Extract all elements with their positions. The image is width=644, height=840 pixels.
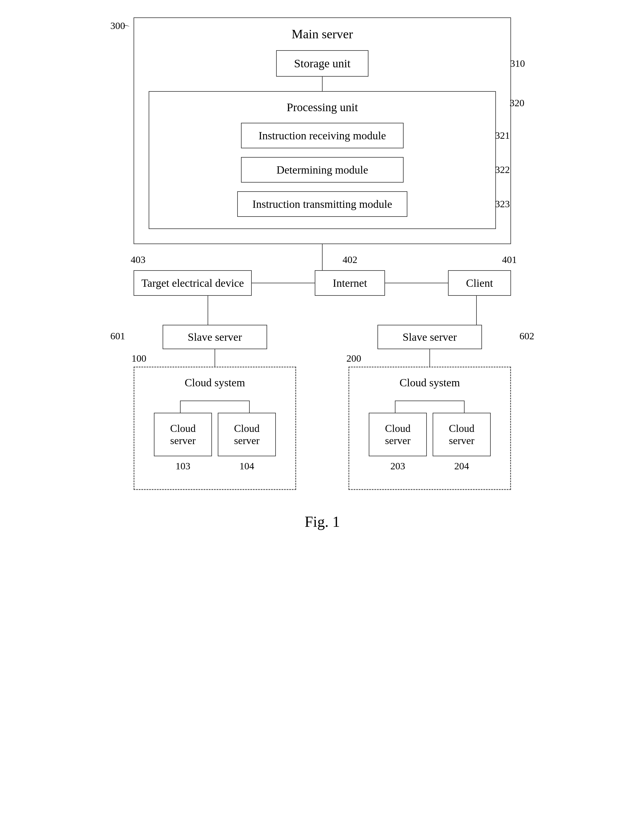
ref-322: 322 bbox=[495, 164, 510, 175]
ref-200: 200 bbox=[347, 353, 361, 364]
ref-204: 204 bbox=[454, 461, 469, 472]
slave-connector-area bbox=[133, 296, 511, 325]
ref-602: 602 bbox=[519, 331, 534, 341]
ref-310: 310 bbox=[510, 58, 525, 69]
vline-internet-right bbox=[476, 296, 477, 325]
ref-323: 323 bbox=[495, 199, 510, 210]
ref-104: 104 bbox=[240, 461, 255, 472]
ref-103: 103 bbox=[176, 461, 191, 472]
fig-label: Fig. 1 bbox=[52, 513, 592, 530]
ref-100: 100 bbox=[131, 353, 146, 364]
cloud-server-103: Cloudserver bbox=[154, 413, 212, 456]
ref-403: 403 bbox=[131, 254, 145, 265]
ref-601: 601 bbox=[110, 331, 125, 341]
cloud-system-1-label: Cloud system bbox=[143, 376, 287, 389]
cloud1-vline-right bbox=[249, 401, 250, 413]
ref-203: 203 bbox=[391, 461, 405, 472]
processing-unit-label: Processing unit bbox=[164, 100, 481, 114]
cloud-server-104: Cloudserver bbox=[218, 413, 276, 456]
ref-321: 321 bbox=[495, 130, 510, 141]
instruction-transmitting-module-box: Instruction transmitting module bbox=[237, 191, 407, 217]
main-server-box: Main server Storage unit 310 Processing … bbox=[133, 17, 511, 244]
cloud-system-2-label: Cloud system bbox=[358, 376, 501, 389]
cloud1-vline-left bbox=[180, 401, 181, 413]
vline-internet-left bbox=[208, 296, 208, 325]
ref-402: 402 bbox=[343, 254, 357, 265]
slave-server-left-col: 601 Slave server 100 Cloud system bbox=[133, 325, 296, 490]
hline-right bbox=[385, 283, 448, 283]
ref-401: 401 bbox=[502, 254, 517, 265]
vline-slave-left bbox=[215, 349, 215, 367]
internet-box: Internet bbox=[315, 270, 385, 296]
cloud1-servers: Cloudserver Cloudserver bbox=[154, 413, 276, 456]
determining-module-box: Determining module bbox=[241, 157, 404, 182]
slave-server-right-col: 602 Slave server 200 Cloud system Clouds… bbox=[348, 325, 511, 490]
hline-left bbox=[252, 283, 315, 283]
cloud-system-2-box: 200 Cloud system Cloudserver Cloudserver… bbox=[348, 367, 511, 490]
cloud2-vline-right bbox=[464, 401, 465, 413]
client-box: Client bbox=[448, 270, 511, 296]
instruction-receiving-module-box: Instruction receiving module bbox=[241, 123, 404, 148]
cloud-server-203: Cloudserver bbox=[369, 413, 427, 456]
cloud2-servers: Cloudserver Cloudserver bbox=[369, 413, 491, 456]
storage-unit-box: Storage unit bbox=[276, 50, 368, 77]
processing-unit-box: Processing unit 320 Instruction receivin… bbox=[149, 91, 496, 229]
slave-servers-row: 601 Slave server 100 Cloud system bbox=[133, 325, 511, 490]
main-server-label: Main server bbox=[149, 27, 496, 41]
cloud2-vline-left bbox=[395, 401, 396, 413]
ref-320: 320 bbox=[509, 97, 524, 108]
vline-storage-proc bbox=[322, 77, 323, 91]
vline-main-down bbox=[322, 244, 323, 270]
slave-server-left-box: Slave server bbox=[163, 325, 267, 349]
cloud-server-204: Cloudserver bbox=[433, 413, 491, 456]
target-electrical-device-box: Target electrical device bbox=[133, 270, 252, 296]
vline-slave-right bbox=[429, 349, 430, 367]
ref-300-arrow: ⌒ bbox=[122, 24, 130, 35]
internet-row: 403 Target electrical device 402 Interne… bbox=[133, 270, 511, 296]
cloud-system-1-box: 100 Cloud system Cloudserver Cloudserver bbox=[133, 367, 296, 490]
slave-server-right-box: Slave server bbox=[378, 325, 482, 349]
